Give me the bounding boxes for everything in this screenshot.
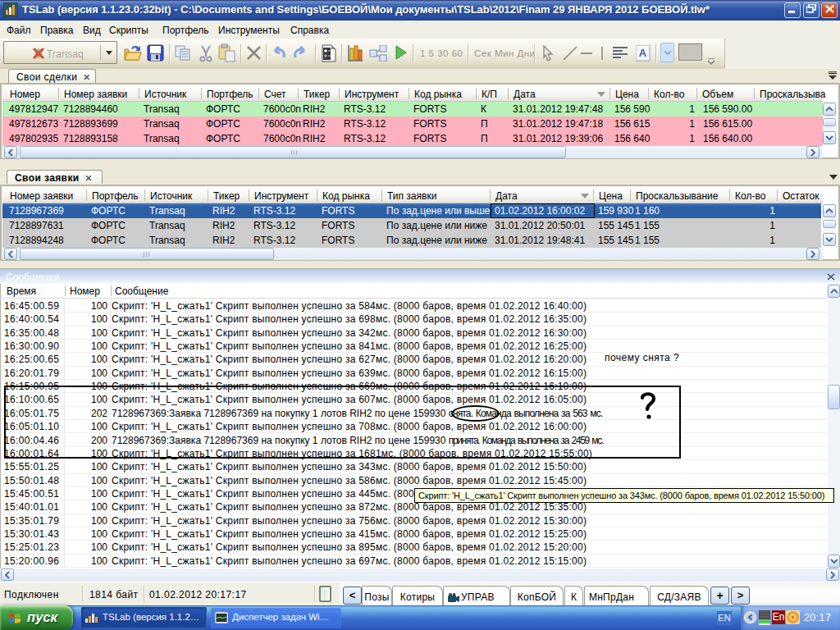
svg-text:A: A [639,47,647,59]
